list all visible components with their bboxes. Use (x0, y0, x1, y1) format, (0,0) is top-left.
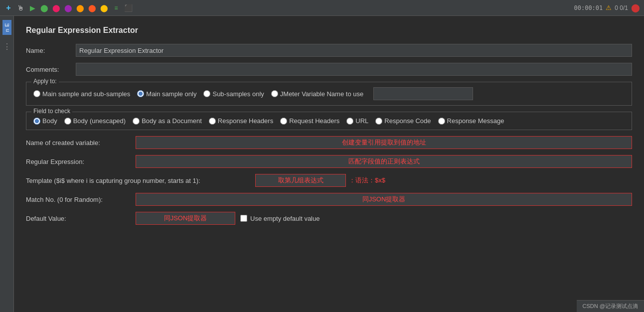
error-count: 0 0/1 (615, 4, 628, 11)
default-value-controls: Use empty default value (136, 212, 320, 225)
radio-request-headers-input[interactable] (280, 118, 287, 125)
apply-to-radio-group: Main sample and sub-samples Main sample … (33, 87, 625, 100)
sidebar: n E ⋮ (0, 16, 14, 312)
timer-display: 00:00:01 (574, 4, 603, 11)
radio-body-unescaped-label: Body (unescaped) (73, 117, 126, 125)
cursor-icon[interactable]: 🖱 (16, 3, 25, 12)
radio-body-document[interactable]: Body as a Document (133, 117, 202, 125)
radio-main-sub[interactable]: Main sample and sub-samples (33, 90, 130, 98)
template-hint: ：语法：$x$ (349, 176, 385, 185)
toolbar-left: + 🖱 ▶ ⬤ ⬤ ⬤ ⬤ ⬤ ⬤ ≡ ⬛ (4, 3, 133, 12)
radio-response-code-label: Response Code (384, 117, 431, 125)
radio-main-only-input[interactable] (137, 90, 144, 97)
apply-to-title: Apply to: (31, 78, 59, 85)
radio-sub-only-input[interactable] (203, 90, 210, 97)
toolbar: + 🖱 ▶ ⬤ ⬤ ⬤ ⬤ ⬤ ⬤ ≡ ⬛ 00:00:01 ⚠ 0 0/1 ⬤ (0, 0, 644, 16)
jmeter-var-name-input[interactable] (373, 87, 473, 100)
play-icon[interactable]: ▶ (28, 3, 37, 12)
apply-to-group: Apply to: Main sample and sub-samples Ma… (26, 82, 632, 106)
field-to-check-title: Field to check (31, 108, 72, 115)
radio-response-headers-input[interactable] (209, 118, 216, 125)
radio-jmeter-var-label: JMeter Variable Name to use (280, 90, 363, 98)
name-label: Name: (26, 47, 76, 54)
radio-body[interactable]: Body (33, 117, 57, 125)
radio-body-label: Body (42, 117, 57, 125)
panel-title: Regular Expression Extractor (26, 26, 632, 35)
watermark-text: CSDN @记录测试点滴 (583, 303, 638, 309)
created-var-label: Name of created variable: (26, 139, 136, 147)
radio-jmeter-var-input[interactable] (271, 90, 278, 97)
record-icon[interactable]: ⬤ (40, 3, 49, 12)
regex-label: Regular Expression: (26, 158, 136, 165)
radio-url[interactable]: URL (346, 117, 368, 125)
template-input[interactable] (255, 174, 346, 187)
name-row: Name: (26, 44, 632, 57)
toolbar-right: 00:00:01 ⚠ 0 0/1 ⬤ (574, 3, 641, 12)
radio-main-only-label: Main sample only (146, 90, 196, 98)
field-to-check-group: Field to check Body Body (unescaped) Bod… (26, 112, 632, 130)
content-area: Regular Expression Extractor Name: Comme… (14, 16, 644, 312)
icon9[interactable]: ⬛ (124, 3, 133, 12)
main-layout: n E ⋮ Regular Expression Extractor Name:… (0, 16, 644, 312)
radio-request-headers[interactable]: Request Headers (280, 117, 339, 125)
created-var-input[interactable] (136, 136, 632, 149)
sidebar-dots[interactable]: ⋮ (3, 42, 11, 51)
radio-response-headers-label: Response Headers (218, 117, 273, 125)
name-input[interactable] (76, 44, 632, 57)
radio-main-only[interactable]: Main sample only (137, 90, 196, 98)
radio-response-message[interactable]: Response Message (438, 117, 504, 125)
use-empty-default-checkbox[interactable] (240, 215, 247, 222)
radio-response-message-input[interactable] (438, 118, 445, 125)
radio-body-unescaped[interactable]: Body (unescaped) (64, 117, 126, 125)
radio-url-input[interactable] (346, 118, 353, 125)
regex-row: Regular Expression: (26, 155, 632, 168)
radio-response-message-label: Response Message (447, 117, 504, 125)
use-empty-default-checkbox-label[interactable]: Use empty default value (240, 215, 320, 222)
radio-sub-only[interactable]: Sub-samples only (203, 90, 264, 98)
comments-input[interactable] (76, 63, 632, 76)
radio-request-headers-label: Request Headers (289, 117, 339, 125)
radio-jmeter-var[interactable]: JMeter Variable Name to use (271, 90, 363, 98)
watermark: CSDN @记录测试点滴 (577, 300, 644, 312)
icon8[interactable]: ≡ (112, 3, 121, 12)
template-label: Template ($i$ where i is capturing group… (26, 177, 255, 184)
warning-icon: ⚠ (606, 4, 612, 11)
icon5[interactable]: ⬤ (76, 3, 85, 12)
radio-body-unescaped-input[interactable] (64, 118, 71, 125)
radio-body-input[interactable] (33, 118, 40, 125)
regex-input[interactable] (136, 155, 632, 168)
radio-body-document-label: Body as a Document (142, 117, 202, 125)
default-value-input[interactable] (136, 212, 235, 225)
icon4[interactable]: ⬤ (64, 3, 73, 12)
radio-main-sub-label: Main sample and sub-samples (42, 90, 130, 98)
field-radio-group: Body Body (unescaped) Body as a Document… (33, 117, 625, 125)
use-empty-default-label: Use empty default value (250, 215, 320, 222)
radio-response-code[interactable]: Response Code (375, 117, 431, 125)
comments-row: Comments: (26, 63, 632, 76)
sidebar-tab-n-e[interactable]: n E (2, 20, 11, 35)
comments-label: Comments: (26, 66, 76, 73)
default-value-row: Default Value: Use empty default value (26, 212, 632, 225)
radio-main-sub-input[interactable] (33, 90, 40, 97)
match-no-row: Match No. (0 for Random): (26, 193, 632, 206)
add-icon[interactable]: + (4, 3, 13, 12)
radio-url-label: URL (355, 117, 368, 125)
default-value-label: Default Value: (26, 215, 136, 222)
match-no-label: Match No. (0 for Random): (26, 196, 136, 203)
radio-body-document-input[interactable] (133, 118, 140, 125)
icon6[interactable]: ⬤ (88, 3, 97, 12)
icon3[interactable]: ⬤ (52, 3, 61, 12)
match-no-input[interactable] (136, 193, 632, 206)
template-row: Template ($i$ where i is capturing group… (26, 174, 632, 187)
radio-sub-only-label: Sub-samples only (212, 90, 264, 98)
created-var-row: Name of created variable: (26, 136, 632, 149)
icon7[interactable]: ⬤ (100, 3, 109, 12)
radio-response-headers[interactable]: Response Headers (209, 117, 273, 125)
stop-icon[interactable]: ⬤ (631, 3, 640, 12)
radio-response-code-input[interactable] (375, 118, 382, 125)
